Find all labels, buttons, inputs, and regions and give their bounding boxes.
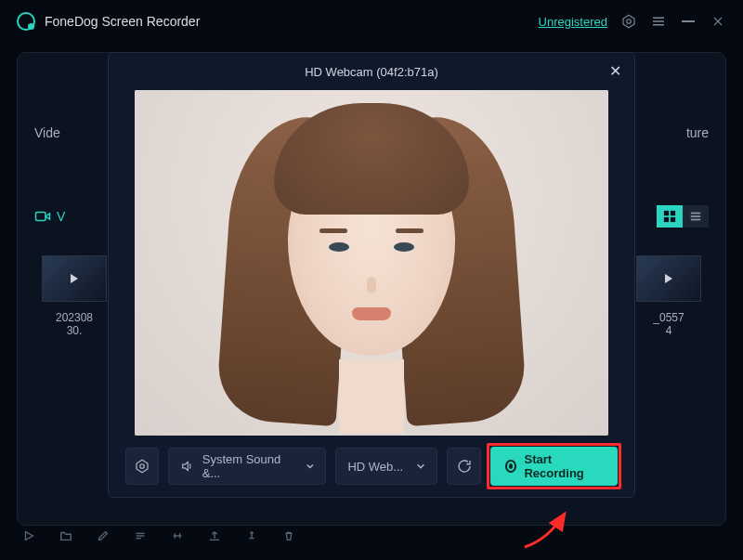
svg-rect-9 <box>671 211 675 215</box>
svg-marker-15 <box>26 532 33 540</box>
start-recording-label: Start Recording <box>524 452 603 480</box>
app-logo-icon <box>17 12 35 31</box>
recording-thumb-left[interactable]: 202308 30. <box>34 255 114 337</box>
unregistered-link[interactable]: Unregistered <box>539 15 607 29</box>
view-grid-button[interactable] <box>657 205 683 228</box>
export-icon[interactable] <box>208 529 221 546</box>
share-icon[interactable] <box>245 529 258 546</box>
thumb-name-line1: 202308 <box>34 311 114 324</box>
view-list-button[interactable] <box>683 205 709 228</box>
app-title: FoneDog Screen Recorder <box>45 14 200 29</box>
audio-source-dropdown[interactable]: System Sound &... <box>168 448 326 485</box>
thumb-name-line1: _0557 <box>629 311 709 324</box>
mode-label-right: ture <box>686 125 709 140</box>
thumb-name-line2: 30. <box>34 324 114 337</box>
audio-dropdown-label: System Sound &... <box>202 452 298 480</box>
thumb-name-line2: 4 <box>629 324 709 337</box>
svg-rect-7 <box>36 213 46 221</box>
play-icon[interactable] <box>22 529 35 546</box>
svg-marker-22 <box>137 460 148 473</box>
thumb-preview-icon <box>42 255 107 302</box>
svg-rect-11 <box>671 217 675 222</box>
webcam-preview <box>135 90 608 436</box>
record-icon <box>505 460 517 473</box>
minimize-button[interactable] <box>680 13 697 30</box>
webcam-device-dropdown[interactable]: HD Web... <box>335 448 437 485</box>
delete-icon[interactable] <box>282 529 295 546</box>
webcam-settings-button[interactable] <box>125 448 159 485</box>
start-recording-button[interactable]: Start Recording <box>490 447 618 486</box>
svg-rect-10 <box>664 217 669 222</box>
recording-thumb-right[interactable]: _0557 4 <box>629 255 709 337</box>
svg-rect-8 <box>664 211 669 215</box>
menu-icon[interactable] <box>650 13 667 30</box>
mode-label-left: Vide <box>34 125 60 140</box>
svg-marker-0 <box>623 15 634 28</box>
chevron-down-icon <box>416 462 425 471</box>
rename-icon[interactable] <box>134 529 147 546</box>
folder-icon[interactable] <box>59 529 72 546</box>
trim-icon[interactable] <box>171 529 184 546</box>
thumb-preview-icon <box>636 255 701 302</box>
settings-hex-icon[interactable] <box>620 13 637 30</box>
modal-title: HD Webcam (04f2:b71a) <box>305 65 438 79</box>
refresh-button[interactable] <box>447 448 480 485</box>
svg-point-1 <box>627 20 632 24</box>
bottom-toolbar <box>17 525 726 551</box>
edit-icon[interactable] <box>97 529 110 546</box>
webcam-modal: HD Webcam (04f2:b71a) ✕ System Sound &..… <box>108 52 635 498</box>
speaker-icon <box>180 459 194 474</box>
close-button[interactable] <box>710 13 726 30</box>
webcam-dropdown-label: HD Web... <box>347 460 403 474</box>
tab-videos[interactable]: V <box>34 209 65 224</box>
svg-point-23 <box>140 464 145 469</box>
modal-close-button[interactable]: ✕ <box>609 64 621 79</box>
chevron-down-icon <box>306 462 315 471</box>
